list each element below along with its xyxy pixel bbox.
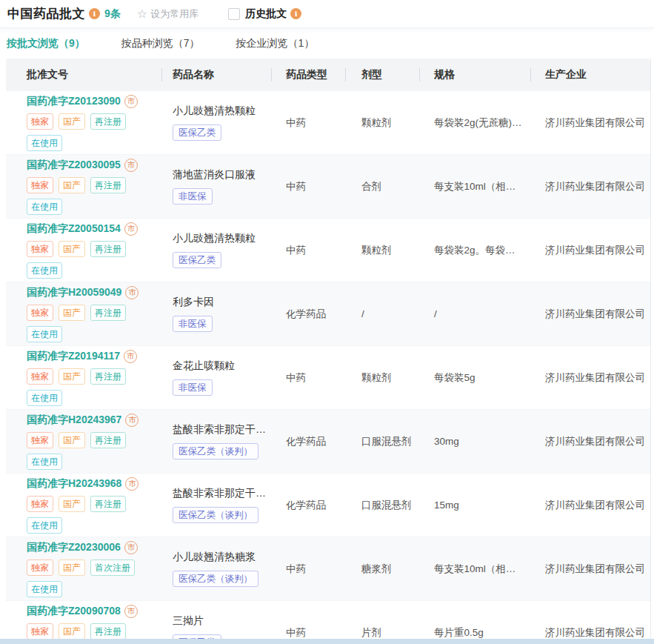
status-tag: 国产 (59, 432, 85, 448)
history-info-icon[interactable]: i (290, 8, 301, 19)
star-icon: ☆ (137, 8, 147, 20)
manufacturer-cell: 济川药业集团有限公司 (530, 282, 650, 345)
status-tags: 独家国产首次注册在使用 (27, 560, 151, 597)
status-tags: 独家国产再注册在使用 (27, 241, 151, 279)
manufacturer-cell: 济川药业集团有限公司 (530, 91, 650, 154)
status-tag: 在使用 (27, 390, 62, 406)
spec-cell: 每袋装5g (419, 346, 530, 409)
drug-type-cell: 中药 (271, 155, 345, 218)
spec-cell: 每支装10ml（相… (419, 537, 530, 600)
view-tabs: 按批文浏览（9） 按品种浏览（7） 按企业浏览（1） (0, 28, 654, 59)
dosage-form-cell: 口服混悬剂 (345, 474, 419, 537)
drug-type-cell: 中药 (271, 346, 345, 409)
spec-cell: 每片重0.5g (419, 601, 530, 644)
status-tag: 独家 (27, 623, 53, 640)
dosage-form-cell: 颗粒剂 (345, 219, 419, 282)
drug-name: 小儿豉翘清热颗粒 (173, 104, 271, 118)
manufacturer-cell: 济川药业集团有限公司 (530, 537, 650, 600)
tab-by-variety[interactable]: 按品种浏览（7） (121, 37, 200, 50)
market-badge-icon: 市 (125, 414, 139, 427)
status-tag: 在使用 (27, 326, 62, 342)
status-tag: 独家 (27, 368, 53, 385)
set-common-library-label: 设为常用库 (150, 7, 198, 21)
status-tag: 独家 (27, 113, 53, 130)
history-checkbox[interactable] (228, 8, 240, 20)
table-header: 批准文号 药品名称 药品类型 剂型 规格 生产企业 (6, 59, 650, 90)
drug-type-cell: 中药 (271, 91, 345, 154)
table-row: 国药准字H20059049 市 独家国产再注册在使用 利多卡因 非医保 化学药品… (6, 282, 650, 345)
status-tag: 再注册 (90, 432, 126, 448)
insurance-tag: 非医保 (173, 316, 213, 333)
set-common-library-button[interactable]: ☆ 设为常用库 (137, 7, 198, 21)
table-row: 国药准字Z20194117 市 独家国产再注册在使用 金花止咳颗粒 非医保 中药… (6, 345, 650, 409)
approval-number-link[interactable]: 国药准字Z20030095 (27, 159, 121, 172)
info-icon[interactable]: i (89, 8, 100, 19)
status-tag: 在使用 (27, 454, 62, 470)
status-tags: 独家国产再注册在使用 (27, 496, 151, 534)
table-body: 国药准字Z20123090 市 独家国产再注册在使用 小儿豉翘清热颗粒 医保乙类… (6, 90, 650, 644)
approval-number-link[interactable]: 国药准字H20059049 (27, 286, 121, 299)
drug-name: 小儿豉翘清热颗粒 (173, 232, 271, 245)
approval-number-link[interactable]: 国药准字Z20123090 (27, 95, 121, 108)
market-badge-icon: 市 (124, 159, 138, 172)
status-tag: 国产 (59, 560, 85, 576)
status-tag: 再注册 (90, 368, 126, 385)
manufacturer-cell: 济川药业集团有限公司 (530, 601, 650, 644)
horizontal-scrollbar[interactable] (0, 639, 654, 644)
drug-type-cell: 中药 (271, 537, 345, 600)
drug-name: 小儿豉翘清热糖浆 (173, 551, 271, 564)
manufacturer-cell: 济川药业集团有限公司 (530, 410, 650, 473)
approval-number-link[interactable]: 国药准字Z20090708 (27, 605, 121, 618)
spec-cell: 15mg (419, 474, 530, 537)
spec-cell: 每袋装2g。每袋… (419, 219, 530, 282)
tab-by-approval[interactable]: 按批文浏览（9） (7, 37, 85, 50)
approval-number-link[interactable]: 国药准字H20243968 (27, 477, 121, 491)
approval-number-link[interactable]: 国药准字Z20194117 (27, 350, 120, 363)
history-label: 历史批文 (245, 7, 287, 21)
status-tag: 在使用 (27, 262, 62, 279)
dosage-form-cell: 糖浆剂 (345, 537, 419, 600)
page-title: 中国药品批文 (7, 5, 85, 22)
col-header-spec: 规格 (419, 68, 530, 82)
status-tag: 在使用 (27, 581, 62, 597)
table-row: 国药准字Z20230006 市 独家国产首次注册在使用 小儿豉翘清热糖浆 医保乙… (6, 537, 650, 600)
status-tag: 独家 (27, 496, 53, 512)
table-row: 国药准字Z20123090 市 独家国产再注册在使用 小儿豉翘清热颗粒 医保乙类… (6, 90, 650, 154)
status-tag: 国产 (59, 496, 85, 512)
market-badge-icon: 市 (124, 605, 138, 618)
tab-by-enterprise[interactable]: 按企业浏览（1） (236, 37, 315, 50)
approval-number-link[interactable]: 国药准字Z20230006 (27, 541, 121, 554)
market-badge-icon: 市 (124, 350, 137, 363)
table-row: 国药准字Z20050154 市 独家国产再注册在使用 小儿豉翘清热颗粒 医保乙类… (6, 218, 650, 282)
market-badge-icon: 市 (124, 222, 138, 236)
status-tag: 国产 (59, 241, 85, 257)
market-badge-icon: 市 (124, 541, 138, 554)
col-header-manufacturer: 生产企业 (530, 68, 650, 82)
market-badge-icon: 市 (124, 95, 138, 108)
status-tag: 国产 (59, 368, 85, 385)
status-tags: 独家国产再注册在使用 (27, 177, 151, 215)
manufacturer-cell: 济川药业集团有限公司 (530, 155, 650, 218)
insurance-tag: 医保乙类 (173, 125, 221, 142)
table-row: 国药准字Z20030095 市 独家国产再注册在使用 蒲地蓝消炎口服液 非医保 … (6, 154, 650, 218)
dosage-form-cell: 颗粒剂 (345, 91, 419, 154)
status-tags: 独家国产再注册在使用 (27, 432, 151, 470)
status-tag: 独家 (27, 241, 53, 257)
table-row: 国药准字Z20090708 市 独家国产再注册在使用 三拗片 医保乙类 中药 片… (6, 600, 650, 644)
status-tags: 独家国产再注册在使用 (27, 305, 151, 342)
manufacturer-cell: 济川药业集团有限公司 (530, 219, 650, 282)
status-tag: 在使用 (27, 135, 62, 151)
status-tag: 国产 (59, 623, 85, 640)
status-tag: 在使用 (27, 199, 62, 215)
history-approvals-toggle[interactable]: 历史批文 i (228, 7, 301, 21)
drug-type-cell: 中药 (271, 219, 345, 282)
status-tag: 独家 (27, 432, 53, 448)
approval-number-link[interactable]: 国药准字Z20050154 (27, 222, 121, 236)
col-header-approval-no: 批准文号 (6, 68, 161, 82)
market-badge-icon: 市 (125, 477, 139, 491)
spec-cell: / (419, 282, 530, 345)
status-tag: 国产 (59, 305, 85, 321)
dosage-form-cell: 片剂 (345, 601, 419, 644)
approvals-table: 批准文号 药品名称 药品类型 剂型 规格 生产企业 国药准字Z20123090 … (6, 59, 651, 644)
approval-number-link[interactable]: 国药准字H20243967 (27, 414, 121, 427)
